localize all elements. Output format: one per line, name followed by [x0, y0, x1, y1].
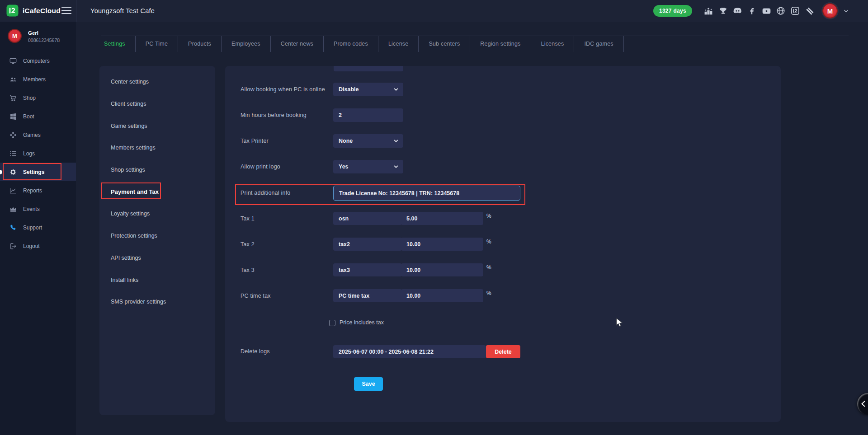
chevron-down-icon: [393, 87, 399, 92]
sidebar-item-label: Members: [23, 76, 46, 83]
save-button[interactable]: Save: [354, 377, 383, 391]
sidebar-item-support[interactable]: Support: [0, 218, 76, 237]
sidebar-item-members[interactable]: Members: [0, 70, 76, 89]
sidebar-item-boot[interactable]: Boot: [0, 107, 76, 126]
sidebar-item-events[interactable]: Events: [0, 200, 76, 218]
delete-logs-label: Delete logs: [241, 348, 270, 355]
tax3-name-input[interactable]: [333, 263, 402, 276]
submenu-sms-provider-settings[interactable]: SMS provider settings: [99, 291, 215, 313]
sidebar-item-logout[interactable]: Logout: [0, 237, 76, 255]
tab-promo-codes[interactable]: Promo codes: [324, 36, 378, 52]
clipped-input[interactable]: [334, 66, 403, 71]
delete-button[interactable]: Delete: [486, 345, 520, 358]
submenu-members-settings[interactable]: Members settings: [99, 137, 215, 159]
settings-submenu: Center settings Client settings Game set…: [99, 66, 215, 415]
allow-booking-label: Allow booking when PC is online: [241, 86, 325, 93]
submenu-payment-and-tax[interactable]: Payment and Tax: [99, 181, 215, 203]
submenu-api-settings[interactable]: API settings: [99, 247, 215, 269]
chevron-down-icon[interactable]: [843, 8, 849, 14]
cart-icon: [9, 94, 17, 102]
tab-licenses[interactable]: Licenses: [531, 36, 575, 52]
tab-sub-centers[interactable]: Sub centers: [419, 36, 470, 52]
submenu-center-settings[interactable]: Center settings: [99, 71, 215, 93]
submenu-loyalty-settings[interactable]: Loyalty settings: [99, 203, 215, 225]
sidebar-item-label: Logout: [23, 243, 40, 249]
tax-printer-select[interactable]: None: [333, 134, 403, 148]
sidebar-item-label: Shop: [23, 95, 36, 101]
tab-products[interactable]: Products: [178, 36, 222, 52]
sidebar-item-label: Logs: [23, 150, 35, 157]
tab-license[interactable]: License: [378, 36, 419, 52]
submenu-install-links[interactable]: Install links: [99, 269, 215, 291]
tab-settings[interactable]: Settings: [101, 36, 136, 52]
sidebar-item-label: Support: [23, 225, 42, 231]
windows-icon: [9, 112, 17, 121]
youtube-icon[interactable]: [761, 5, 772, 16]
app-logo: iCafeCloud: [6, 5, 61, 17]
tax1-name-input[interactable]: [333, 212, 402, 225]
cafe-name-title: Youngzsoft Test Cafe: [90, 0, 155, 22]
tab-region-settings[interactable]: Region settings: [470, 36, 531, 52]
discord-icon[interactable]: [732, 5, 743, 16]
submenu-game-settings[interactable]: Game settings: [99, 115, 215, 137]
icafecloud-link-icon[interactable]: [790, 5, 801, 16]
sidebar-item-logs[interactable]: Logs: [0, 144, 76, 163]
print-additional-info-input[interactable]: [333, 186, 520, 201]
allow-print-logo-select[interactable]: Yes: [333, 160, 403, 173]
settings-tabbar: Settings PC Time Products Employees Cent…: [101, 36, 849, 52]
submenu-shop-settings[interactable]: Shop settings: [99, 159, 215, 181]
allow-print-logo-value: Yes: [339, 164, 349, 170]
globe-icon[interactable]: [775, 5, 786, 16]
user-avatar[interactable]: M: [822, 3, 838, 19]
sidebar-avatar: M: [8, 29, 22, 43]
top-header: iCafeCloud Youngzsoft Test Cafe 1327 day…: [0, 0, 868, 22]
sidebar-user-block: M Gerl 008612345678: [8, 29, 60, 43]
edge-collapse-button[interactable]: [857, 393, 868, 415]
sidebar-item-settings[interactable]: Settings: [0, 163, 76, 181]
chevron-down-icon: [393, 164, 399, 169]
crown-icon: [9, 205, 17, 213]
tab-employees[interactable]: Employees: [222, 36, 271, 52]
layers-icon[interactable]: [804, 5, 815, 16]
facebook-icon[interactable]: [746, 5, 757, 16]
sidebar-item-shop[interactable]: Shop: [0, 89, 76, 107]
tab-center-news[interactable]: Center news: [271, 36, 324, 52]
tax3-rate-input[interactable]: [401, 263, 483, 276]
sidebar-item-computers[interactable]: Computers: [0, 51, 76, 70]
app-root: iCafeCloud Youngzsoft Test Cafe 1327 day…: [0, 0, 868, 435]
price-includes-tax-checkbox[interactable]: [329, 320, 335, 326]
tab-idc-games[interactable]: IDC games: [574, 36, 623, 52]
sidebar-item-reports[interactable]: Reports: [0, 181, 76, 200]
submenu-client-settings[interactable]: Client settings: [99, 93, 215, 115]
header-divider: [76, 0, 76, 22]
delete-logs-date-range-input[interactable]: [333, 345, 486, 358]
sidebar-item-label: Events: [23, 206, 40, 212]
min-hours-input[interactable]: [333, 108, 403, 122]
header-right-toolbar: 1327 days: [653, 0, 849, 22]
submenu-protection-settings[interactable]: Protection settings: [99, 225, 215, 247]
payment-tax-form-panel: Allow booking when PC is online Disable …: [225, 66, 781, 422]
pc-time-tax-rate-input[interactable]: [401, 289, 483, 302]
tax2-name-input[interactable]: [333, 238, 402, 251]
sidebar-nav: Computers Members Shop Boot: [0, 51, 76, 255]
sidebar-item-label: Games: [23, 132, 41, 138]
tax1-label: Tax 1: [241, 215, 255, 222]
allow-booking-value: Disable: [339, 86, 359, 93]
tax3-percent-sign: %: [486, 264, 491, 271]
tax2-rate-input[interactable]: [401, 238, 483, 251]
tax2-percent-sign: %: [486, 239, 491, 245]
gear-icon: [9, 168, 17, 176]
tax1-rate-input[interactable]: [401, 212, 483, 225]
hamburger-menu-icon[interactable]: [61, 6, 71, 14]
ranking-icon[interactable]: [703, 5, 714, 16]
sidebar-item-games[interactable]: Games: [0, 126, 76, 144]
app-logo-text: iCafeCloud: [23, 7, 61, 15]
tab-pc-time[interactable]: PC Time: [136, 36, 178, 52]
tax3-label: Tax 3: [241, 267, 255, 273]
pc-time-tax-percent-sign: %: [486, 290, 491, 296]
trophy-icon[interactable]: [717, 5, 728, 16]
price-includes-tax-label: Price includes tax: [340, 319, 384, 326]
members-icon: [9, 75, 17, 84]
allow-booking-select[interactable]: Disable: [333, 83, 403, 96]
pc-time-tax-name-input[interactable]: [333, 289, 402, 302]
